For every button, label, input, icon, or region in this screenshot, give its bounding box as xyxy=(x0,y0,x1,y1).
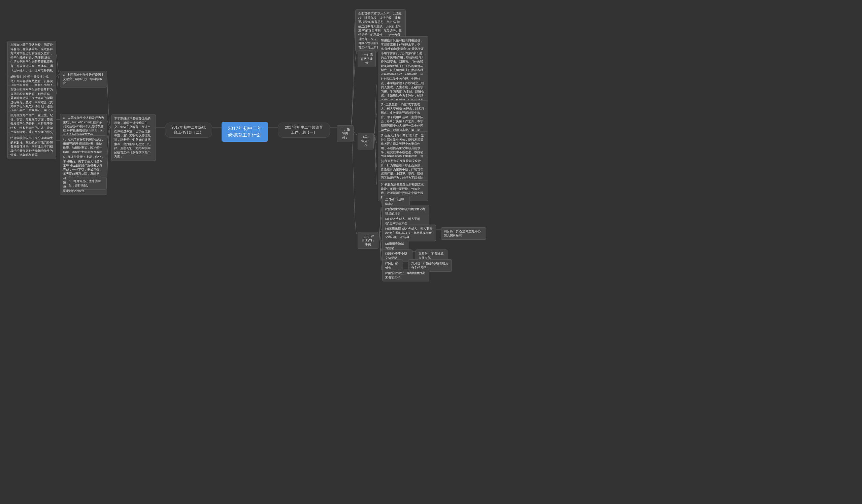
plan1-s3-label[interactable]: （二）常规工作 xyxy=(357,133,374,149)
plan1-title[interactable]: 2017年初中二年级德育工作计划【一】 xyxy=(278,122,330,138)
root-node[interactable]: 2017年初中二年级德育工作计划 xyxy=(222,122,268,142)
plan1-s1-label[interactable]: 一、指导思想： xyxy=(337,125,354,142)
plan2-intro[interactable]: 本学期继续本着德育优先的原则，对学生进行爱国主义、集体主义教育。引进生态体验进课… xyxy=(111,115,156,161)
plan2-item5[interactable]: 6、每月评选出优秀的学生，进行表彰。 xyxy=(66,177,107,189)
plan1-s4-m4[interactable]: 四月份：(1)配合政教处举办第六届科技节 xyxy=(441,227,486,240)
plan2-item1[interactable]: 1、利用班会对学生进行爱国主义教育，尊师礼仪、学科学教育 xyxy=(60,71,107,88)
plan2-item3a[interactable]: 结合学校的安排，充分调动学生的积极性，鼓励及安排他们参加各种文体活动，同时让班干… xyxy=(8,134,56,159)
plan2-title[interactable]: 2017年初中二年级德育工作计划【二】 xyxy=(165,122,212,138)
plan1-s4-m3[interactable]: (4)每班出期"成才先成人、树人要树魂"为主题的黑板报，并将此作为量化考核的一项… xyxy=(382,225,436,241)
plan1-s4-label[interactable]: （三）德育工作行事例 xyxy=(357,232,378,249)
plan1-s2-label[interactable]: （一）德育队伍建设 xyxy=(357,51,376,67)
plan1-s4-m6b[interactable]: (2)配合政教处、年级组做好期末各项工作。 xyxy=(382,269,429,281)
